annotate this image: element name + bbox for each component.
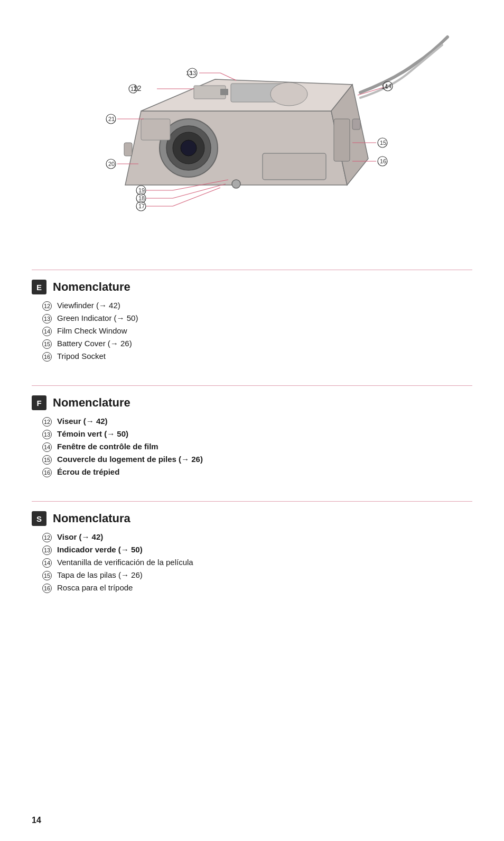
- section-s-title: Nomenclatura: [53, 512, 130, 525]
- item-text-15s: Tapa de las pilas (→ 26): [57, 570, 143, 579]
- item-text-14f: Fenêtre de contrôle de film: [57, 442, 158, 451]
- item-num-14s: 14: [42, 558, 52, 568]
- section-f: F Nomenclature 12 Viseur (→ 42) 13 Témoi…: [32, 395, 472, 485]
- item-text-12f: Viseur (→ 42): [57, 417, 108, 426]
- svg-text:16: 16: [380, 158, 386, 164]
- item-text-16s: Rosca para el trípode: [57, 583, 133, 592]
- list-item: 15 Tapa de las pilas (→ 26): [42, 570, 472, 580]
- camera-diagram-section: 12 12 13 13 14 14 15 16: [32, 11, 472, 264]
- svg-line-33: [173, 188, 220, 206]
- svg-point-9: [232, 180, 240, 188]
- list-item: 15 Couvercle du logement de piles (→ 26): [42, 455, 472, 465]
- item-text-15e: Battery Cover (→ 26): [57, 339, 132, 348]
- svg-rect-13: [220, 89, 228, 95]
- item-num-13f: 13: [42, 430, 52, 439]
- list-item: 13 Green Indicator (→ 50): [42, 313, 472, 324]
- item-text-12e: Viewfinder (→ 42): [57, 301, 120, 310]
- item-text-13f: Témoin vert (→ 50): [57, 429, 128, 438]
- item-text-16f: Écrou de trépied: [57, 467, 119, 476]
- item-text-12s: Visor (→ 42): [57, 532, 103, 541]
- item-num-15e: 15: [42, 339, 52, 349]
- list-item: 12 Viseur (→ 42): [42, 417, 472, 427]
- section-e-title: Nomenclature: [53, 280, 130, 294]
- item-text-16e: Tripod Socket: [57, 352, 106, 361]
- section-f-list: 12 Viseur (→ 42) 13 Témoin vert (→ 50) 1…: [32, 417, 472, 477]
- svg-text:13: 13: [190, 70, 196, 76]
- divider-e: [32, 270, 472, 270]
- list-item: 13 Indicador verde (→ 50): [42, 545, 472, 555]
- item-text-15f: Couvercle du logement de piles (→ 26): [57, 455, 203, 464]
- item-num-15f: 15: [42, 455, 52, 465]
- svg-text:15: 15: [380, 140, 386, 146]
- page-number: 14: [32, 816, 41, 825]
- svg-text:17: 17: [138, 203, 145, 209]
- svg-rect-11: [124, 143, 132, 156]
- item-text-13e: Green Indicator (→ 50): [57, 313, 138, 322]
- list-item: 16 Écrou de trépied: [42, 467, 472, 477]
- item-num-14f: 14: [42, 442, 52, 452]
- divider-s: [32, 501, 472, 502]
- item-text-13s: Indicador verde (→ 50): [57, 545, 143, 554]
- item-num-12s: 12: [42, 533, 52, 542]
- item-num-16f: 16: [42, 468, 52, 477]
- list-item: 16 Rosca para el trípode: [42, 583, 472, 593]
- badge-s: S: [32, 511, 46, 526]
- item-num-12e: 12: [42, 301, 52, 311]
- list-item: 13 Témoin vert (→ 50): [42, 429, 472, 439]
- section-s: S Nomenclatura 12 Visor (→ 42) 13 Indica…: [32, 511, 472, 601]
- svg-text:14: 14: [385, 83, 391, 89]
- list-item: 12 Visor (→ 42): [42, 532, 472, 542]
- section-s-list: 12 Visor (→ 42) 13 Indicador verde (→ 50…: [32, 532, 472, 593]
- item-num-14e: 14: [42, 327, 52, 336]
- item-num-16e: 16: [42, 352, 52, 362]
- camera-illustration: 12 12 13 13 14 14 15 16: [35, 16, 469, 259]
- item-num-15s: 15: [42, 571, 52, 580]
- section-f-title: Nomenclature: [53, 396, 130, 410]
- item-text-14e: Film Check Window: [57, 326, 127, 335]
- section-s-header: S Nomenclatura: [32, 511, 472, 526]
- list-item: 12 Viewfinder (→ 42): [42, 301, 472, 311]
- svg-text:19: 19: [138, 187, 145, 193]
- section-e-header: E Nomenclature: [32, 280, 472, 294]
- svg-rect-7: [263, 153, 326, 180]
- svg-text:20: 20: [108, 161, 115, 167]
- page: 12 12 13 13 14 14 15 16: [0, 0, 504, 841]
- badge-e: E: [32, 280, 46, 294]
- svg-point-5: [181, 140, 197, 156]
- svg-rect-12: [352, 119, 360, 130]
- divider-f: [32, 385, 472, 386]
- svg-text:18: 18: [138, 195, 145, 201]
- svg-point-10: [270, 82, 307, 106]
- svg-rect-6: [141, 119, 170, 140]
- section-f-header: F Nomenclature: [32, 395, 472, 410]
- item-num-16s: 16: [42, 584, 52, 593]
- badge-f: F: [32, 395, 46, 410]
- list-item: 16 Tripod Socket: [42, 352, 472, 362]
- item-num-13e: 13: [42, 314, 52, 324]
- list-item: 14 Fenêtre de contrôle de film: [42, 442, 472, 452]
- list-item: 15 Battery Cover (→ 26): [42, 339, 472, 349]
- svg-text:21: 21: [108, 116, 115, 122]
- item-text-14s: Ventanilla de verificación de la películ…: [57, 558, 193, 567]
- svg-text:12: 12: [130, 86, 137, 92]
- item-num-12f: 12: [42, 417, 52, 427]
- list-item: 14 Ventanilla de verificación de la pelí…: [42, 558, 472, 568]
- svg-rect-8: [334, 119, 350, 161]
- section-e-list: 12 Viewfinder (→ 42) 13 Green Indicator …: [32, 301, 472, 362]
- list-item: 14 Film Check Window: [42, 326, 472, 336]
- item-num-13s: 13: [42, 546, 52, 555]
- section-e: E Nomenclature 12 Viewfinder (→ 42) 13 G…: [32, 280, 472, 369]
